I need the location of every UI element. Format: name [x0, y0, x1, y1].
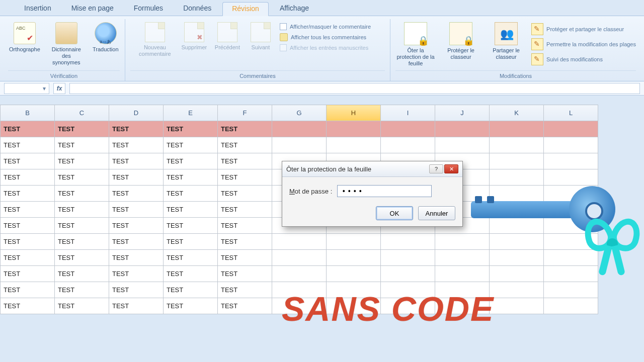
- cell[interactable]: TEST: [1, 250, 55, 266]
- tab-formules[interactable]: Formules: [125, 2, 172, 16]
- cell[interactable]: TEST: [109, 250, 164, 266]
- cell[interactable]: TEST: [164, 169, 218, 186]
- cell[interactable]: TEST: [55, 186, 109, 202]
- cell[interactable]: TEST: [218, 234, 272, 250]
- cell[interactable]: TEST: [1, 266, 55, 282]
- cell[interactable]: TEST: [109, 169, 164, 186]
- name-box[interactable]: ▾: [4, 83, 49, 94]
- cell[interactable]: [327, 266, 381, 282]
- cell[interactable]: TEST: [109, 153, 164, 169]
- cell[interactable]: TEST: [55, 121, 109, 137]
- cell[interactable]: TEST: [164, 298, 218, 314]
- cell[interactable]: TEST: [218, 250, 272, 266]
- cell[interactable]: TEST: [164, 186, 218, 202]
- cell[interactable]: TEST: [218, 186, 272, 202]
- cell[interactable]: TEST: [218, 218, 272, 234]
- column-header[interactable]: G: [272, 105, 327, 121]
- cell[interactable]: TEST: [1, 298, 55, 314]
- toggle-show-hide-comment[interactable]: Afficher/masquer le commentaire: [280, 23, 380, 30]
- cell[interactable]: TEST: [164, 121, 218, 137]
- cell[interactable]: TEST: [164, 250, 218, 266]
- cell[interactable]: TEST: [164, 137, 218, 153]
- cell[interactable]: TEST: [218, 298, 272, 314]
- cell[interactable]: TEST: [109, 218, 164, 234]
- tab-revision[interactable]: Révision: [222, 2, 269, 16]
- cell[interactable]: TEST: [164, 202, 218, 218]
- dialog-titlebar[interactable]: Ôter la protection de la feuille ? ✕: [282, 161, 462, 177]
- column-header[interactable]: C: [55, 105, 109, 121]
- cell[interactable]: TEST: [55, 234, 109, 250]
- cell[interactable]: TEST: [1, 153, 55, 169]
- cell[interactable]: TEST: [55, 169, 109, 186]
- cell[interactable]: TEST: [55, 218, 109, 234]
- cell[interactable]: TEST: [1, 202, 55, 218]
- tab-mise-en-page[interactable]: Mise en page: [62, 2, 123, 16]
- cell[interactable]: [272, 137, 327, 153]
- protect-and-share-button[interactable]: Protéger et partager le classeur: [531, 23, 636, 35]
- cell[interactable]: TEST: [164, 218, 218, 234]
- cell[interactable]: TEST: [218, 282, 272, 298]
- ok-button[interactable]: OK: [376, 206, 413, 220]
- cell[interactable]: [327, 121, 381, 137]
- cell[interactable]: TEST: [109, 186, 164, 202]
- cell[interactable]: TEST: [55, 137, 109, 153]
- cell[interactable]: [544, 282, 598, 298]
- cell[interactable]: TEST: [1, 282, 55, 298]
- track-changes-button[interactable]: Suivi des modifications: [531, 53, 636, 65]
- cell[interactable]: TEST: [164, 266, 218, 282]
- cell[interactable]: [490, 298, 544, 314]
- cell[interactable]: TEST: [164, 153, 218, 169]
- password-input[interactable]: [337, 185, 432, 197]
- cell[interactable]: TEST: [218, 266, 272, 282]
- table-row[interactable]: TESTTESTTESTTESTTEST: [1, 137, 598, 153]
- cell[interactable]: TEST: [55, 202, 109, 218]
- cell[interactable]: TEST: [55, 153, 109, 169]
- cell[interactable]: TEST: [55, 250, 109, 266]
- cell[interactable]: TEST: [55, 298, 109, 314]
- cell[interactable]: [272, 234, 327, 250]
- translate-button[interactable]: Traduction: [92, 21, 120, 54]
- cell[interactable]: TEST: [218, 121, 272, 137]
- cell[interactable]: [435, 121, 490, 137]
- formula-input[interactable]: [69, 83, 640, 94]
- cell[interactable]: [435, 137, 490, 153]
- cell[interactable]: TEST: [1, 169, 55, 186]
- column-header[interactable]: H: [327, 105, 381, 121]
- thesaurus-button[interactable]: Dictionnaire des synonymes: [46, 21, 87, 67]
- cell[interactable]: [544, 121, 598, 137]
- column-header[interactable]: I: [381, 105, 435, 121]
- cell[interactable]: [381, 121, 435, 137]
- dialog-close-button[interactable]: ✕: [444, 164, 458, 173]
- cell[interactable]: [272, 250, 327, 266]
- column-header[interactable]: F: [218, 105, 272, 121]
- cell[interactable]: TEST: [109, 298, 164, 314]
- cancel-button[interactable]: Annuler: [418, 206, 455, 220]
- column-header[interactable]: B: [1, 105, 55, 121]
- cell[interactable]: [381, 266, 435, 282]
- cell[interactable]: TEST: [1, 234, 55, 250]
- allow-edit-ranges-button[interactable]: Permettre la modification des plages: [531, 38, 636, 50]
- tab-insertion[interactable]: Insertion: [15, 2, 60, 16]
- cell[interactable]: [272, 121, 327, 137]
- cell[interactable]: TEST: [1, 218, 55, 234]
- cell[interactable]: TEST: [218, 137, 272, 153]
- cell[interactable]: TEST: [1, 121, 55, 137]
- share-workbook-button[interactable]: Partager le classeur: [486, 21, 526, 61]
- cell[interactable]: [381, 250, 435, 266]
- cell[interactable]: TEST: [164, 234, 218, 250]
- table-row[interactable]: TESTTESTTESTTESTTEST: [1, 121, 598, 137]
- cell[interactable]: TEST: [109, 121, 164, 137]
- cell[interactable]: TEST: [218, 202, 272, 218]
- tab-affichage[interactable]: Affichage: [271, 2, 318, 16]
- column-header[interactable]: K: [490, 105, 544, 121]
- cell[interactable]: [272, 266, 327, 282]
- cell[interactable]: [490, 121, 544, 137]
- column-header[interactable]: L: [544, 105, 598, 121]
- cell[interactable]: [381, 234, 435, 250]
- cell[interactable]: [327, 137, 381, 153]
- cell[interactable]: TEST: [109, 234, 164, 250]
- column-header[interactable]: D: [109, 105, 164, 121]
- cell[interactable]: TEST: [109, 202, 164, 218]
- fx-button[interactable]: fx: [53, 83, 65, 94]
- unprotect-sheet-button[interactable]: Ôter la protection de la feuille: [395, 21, 436, 68]
